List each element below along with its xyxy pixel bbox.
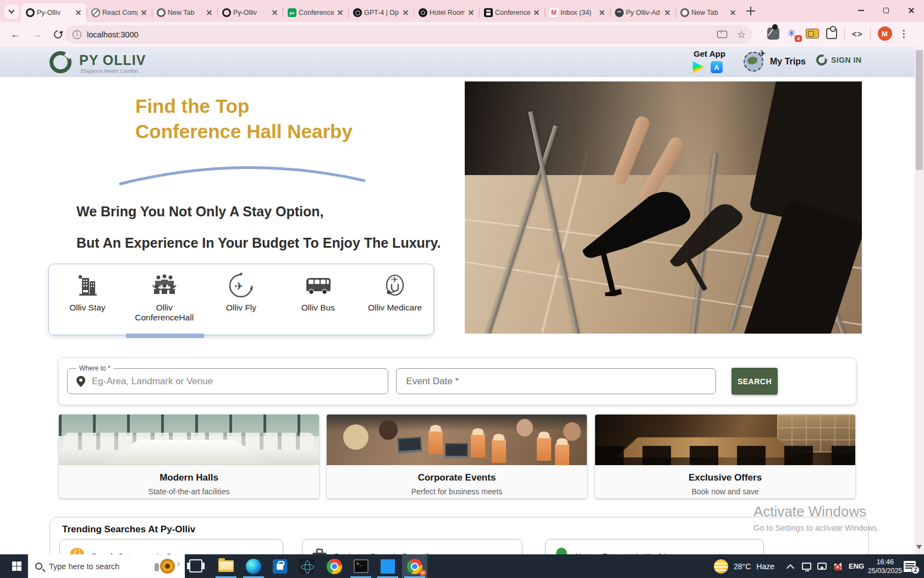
clock-date: 25/03/2025: [868, 566, 903, 575]
extensions-puzzle-icon[interactable]: [826, 28, 837, 39]
omnibox-actions: [717, 25, 746, 43]
pyolliv-logo-icon[interactable]: [50, 51, 72, 73]
clock-widget[interactable]: 16:46 25/03/2025: [868, 554, 903, 578]
search-button[interactable]: SEARCH: [732, 368, 778, 395]
where-to-field[interactable]: Where to *: [67, 368, 388, 394]
tab-close-icon[interactable]: [74, 8, 83, 17]
service-olliv-fly[interactable]: ✈ Olliv Fly: [203, 264, 280, 313]
toolbar-separator: [844, 28, 845, 40]
language-indicator[interactable]: ENG: [849, 554, 864, 578]
tray-chevron[interactable]: [788, 554, 793, 578]
card-title: Modern Halls: [59, 472, 319, 483]
tab-py-olliv-admin[interactable]: Py Olliv-Ad: [610, 3, 675, 22]
feature-card-modern-halls[interactable]: Modern Halls State-of-the-art facilities: [59, 415, 319, 498]
taskbar-search[interactable]: Type here to search: [28, 554, 185, 578]
tab-hotel-room[interactable]: Hotel Room: [414, 3, 479, 22]
tab-close-icon[interactable]: [467, 8, 476, 17]
maximize-button[interactable]: [873, 0, 899, 21]
volume-muted-icon[interactable]: [832, 554, 842, 578]
task-view-icon[interactable]: [189, 559, 202, 572]
event-date-input[interactable]: [405, 375, 716, 388]
terminal-icon[interactable]: [348, 554, 373, 578]
service-olliv-bus[interactable]: Olliv Bus: [279, 264, 356, 313]
service-olliv-stay[interactable]: Olliv Stay: [49, 264, 126, 313]
tab-close-icon[interactable]: [402, 8, 410, 17]
brand-name[interactable]: PY OLLIV: [79, 52, 146, 68]
app-store-icon[interactable]: [711, 61, 723, 73]
weather-widget[interactable]: 28°C Haze: [714, 554, 774, 578]
site-info-icon[interactable]: [73, 30, 81, 39]
where-to-input[interactable]: [91, 375, 388, 388]
install-app-icon[interactable]: [717, 31, 727, 38]
address-bar[interactable]: localhost:3000: [65, 25, 752, 43]
vscode-icon[interactable]: [375, 554, 400, 578]
tab-close-icon[interactable]: [598, 8, 607, 17]
tab-close-icon[interactable]: [729, 8, 738, 17]
get-app-label: Get App: [686, 49, 733, 58]
page-scrollbar[interactable]: [915, 47, 924, 554]
browser-menu-icon[interactable]: [899, 28, 909, 40]
microsoft-store-icon[interactable]: [267, 554, 293, 578]
minimize-icon: [858, 10, 864, 11]
forward-icon[interactable]: →: [31, 29, 44, 41]
scroll-down-arrow-icon[interactable]: [916, 545, 922, 552]
pin-extension-icon[interactable]: [767, 28, 779, 40]
tab-gpt4[interactable]: GPT-4 | Op: [348, 3, 414, 22]
edge-icon[interactable]: [241, 554, 266, 578]
medicare-icon: ✈: [356, 271, 433, 300]
url-text[interactable]: localhost:3000: [87, 30, 139, 39]
gift-bag: [492, 439, 506, 463]
new-tab-button[interactable]: [746, 6, 756, 16]
tab-react-comp[interactable]: React Comp: [86, 3, 152, 22]
decorative-arc: [117, 159, 368, 187]
start-button[interactable]: [6, 554, 28, 578]
close-button[interactable]: [899, 0, 924, 21]
my-trips-link[interactable]: My Trips: [770, 57, 806, 67]
browser-tabstrip: Py-Olliv React Comp New Tab Py-Olliv Con: [0, 0, 924, 22]
scrollbar-thumb[interactable]: [916, 50, 923, 170]
tab-new-tab-1[interactable]: New Tab: [152, 3, 217, 22]
file-explorer-icon[interactable]: [213, 554, 239, 578]
search-panel: Where to * SEARCH: [59, 358, 856, 405]
hero-subtitle-1: We Bring You Not Only A Stay Option,: [76, 204, 324, 220]
tab-py-olliv-2[interactable]: Py-Olliv: [217, 3, 283, 22]
my-trips-globe-icon[interactable]: [744, 52, 763, 72]
folder-extension-icon[interactable]: [806, 29, 819, 39]
feature-card-corporate-events[interactable]: Corporate Events Perfect for business me…: [327, 415, 587, 498]
chrome-profile-icon[interactable]: [322, 554, 347, 578]
tab-new-tab-2[interactable]: New Tab: [675, 3, 741, 22]
tab-py-olliv-1[interactable]: Py-Olliv: [21, 3, 86, 22]
search-icon: [35, 563, 42, 570]
devtools-code-icon[interactable]: [852, 29, 863, 39]
tab-conference-pexels[interactable]: Conference: [283, 3, 348, 22]
sign-in-button[interactable]: SIGN IN: [816, 54, 862, 66]
network-tray-icon[interactable]: [802, 554, 811, 578]
profile-avatar[interactable]: M: [878, 26, 892, 41]
tab-close-icon[interactable]: [532, 8, 541, 17]
back-icon[interactable]: ←: [9, 29, 22, 41]
service-olliv-medicare[interactable]: ✈ Olliv Medicare: [356, 264, 433, 313]
bookmark-star-icon[interactable]: [737, 30, 746, 40]
tab-close-icon[interactable]: [663, 8, 672, 17]
notification-center[interactable]: 2: [904, 554, 916, 578]
tab-close-icon[interactable]: [271, 8, 279, 17]
tab-close-icon[interactable]: [205, 8, 214, 17]
feature-card-exclusive-offers[interactable]: Exclusive Offers Book now and save: [595, 415, 855, 498]
tab-close-icon[interactable]: [336, 8, 345, 17]
tab-search-button[interactable]: [4, 4, 19, 19]
chrome-active-icon[interactable]: M: [402, 554, 427, 578]
event-date-field[interactable]: [396, 368, 716, 394]
profile-badge: M: [419, 569, 426, 576]
burst-extension-icon[interactable]: 4: [787, 28, 799, 40]
tab-inbox[interactable]: Inbox (34): [544, 3, 610, 22]
react-app-icon[interactable]: [294, 554, 320, 578]
google-play-icon[interactable]: [692, 61, 704, 73]
tab-conference-unsplash[interactable]: Conference: [479, 3, 544, 22]
tab-close-icon[interactable]: [140, 8, 148, 17]
reload-icon[interactable]: [52, 29, 64, 40]
service-olliv-conferencehall[interactable]: Olliv ConferenceHall: [126, 264, 203, 323]
gift-bag: [555, 443, 569, 465]
cast-tray-icon[interactable]: [817, 554, 827, 578]
minimize-button[interactable]: [848, 0, 873, 21]
screen: Py-Olliv React Comp New Tab Py-Olliv Con: [0, 0, 924, 578]
